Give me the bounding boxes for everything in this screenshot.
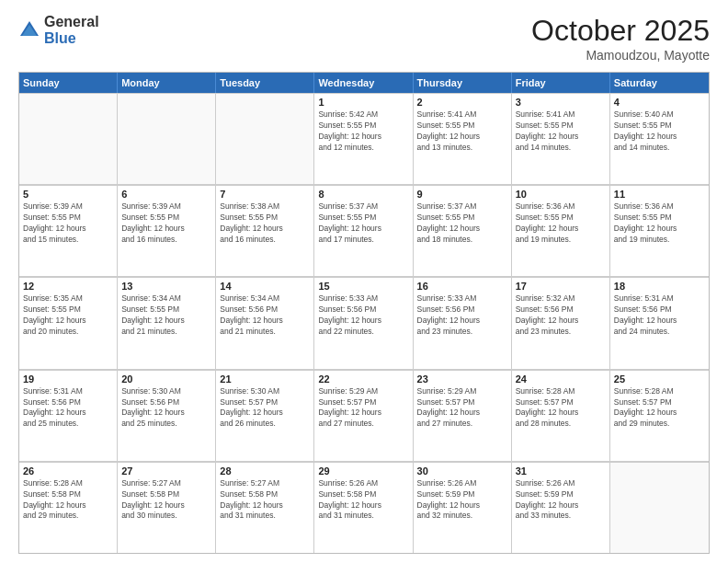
day-header-monday: Monday [118,73,216,93]
day-info: Sunrise: 5:31 AM Sunset: 5:56 PM Dayligh… [23,386,113,431]
day-cell-2: 2Sunrise: 5:41 AM Sunset: 5:55 PM Daylig… [414,93,512,184]
day-cell-empty [610,462,709,553]
day-number: 14 [220,281,310,292]
day-cell-17: 17Sunrise: 5:32 AM Sunset: 5:56 PM Dayli… [512,277,610,368]
day-header-thursday: Thursday [414,73,512,93]
day-number: 3 [516,97,606,108]
day-info: Sunrise: 5:36 AM Sunset: 5:55 PM Dayligh… [516,201,606,246]
day-info: Sunrise: 5:34 AM Sunset: 5:56 PM Dayligh… [220,293,310,338]
calendar: SundayMondayTuesdayWednesdayThursdayFrid… [18,72,710,554]
day-number: 24 [516,373,606,385]
day-cell-25: 25Sunrise: 5:28 AM Sunset: 5:57 PM Dayli… [610,370,709,461]
day-cell-24: 24Sunrise: 5:28 AM Sunset: 5:57 PM Dayli… [512,370,610,461]
day-cell-26: 26Sunrise: 5:28 AM Sunset: 5:58 PM Dayli… [19,462,118,553]
calendar-body: 1Sunrise: 5:42 AM Sunset: 5:55 PM Daylig… [19,93,709,553]
day-cell-16: 16Sunrise: 5:33 AM Sunset: 5:56 PM Dayli… [414,277,512,368]
day-number: 6 [121,189,211,200]
day-info: Sunrise: 5:27 AM Sunset: 5:58 PM Dayligh… [220,478,310,523]
day-cell-14: 14Sunrise: 5:34 AM Sunset: 5:56 PM Dayli… [216,277,314,368]
day-cell-30: 30Sunrise: 5:26 AM Sunset: 5:59 PM Dayli… [414,462,512,553]
calendar-header: SundayMondayTuesdayWednesdayThursdayFrid… [19,73,709,93]
day-number: 15 [318,281,408,292]
day-info: Sunrise: 5:29 AM Sunset: 5:57 PM Dayligh… [318,386,408,431]
day-info: Sunrise: 5:28 AM Sunset: 5:58 PM Dayligh… [23,478,113,523]
logo-blue-text: Blue [44,30,99,47]
day-cell-1: 1Sunrise: 5:42 AM Sunset: 5:55 PM Daylig… [314,93,413,184]
day-info: Sunrise: 5:38 AM Sunset: 5:55 PM Dayligh… [220,201,310,246]
day-cell-empty [118,93,216,184]
day-info: Sunrise: 5:33 AM Sunset: 5:56 PM Dayligh… [417,293,507,338]
day-info: Sunrise: 5:26 AM Sunset: 5:59 PM Dayligh… [516,478,606,523]
day-cell-15: 15Sunrise: 5:33 AM Sunset: 5:56 PM Dayli… [314,277,413,368]
day-cell-13: 13Sunrise: 5:34 AM Sunset: 5:55 PM Dayli… [118,277,216,368]
day-header-friday: Friday [512,73,610,93]
day-info: Sunrise: 5:28 AM Sunset: 5:57 PM Dayligh… [516,386,606,431]
day-cell-21: 21Sunrise: 5:30 AM Sunset: 5:57 PM Dayli… [216,370,314,461]
day-number: 10 [516,189,606,200]
day-info: Sunrise: 5:33 AM Sunset: 5:56 PM Dayligh… [318,293,408,338]
day-cell-18: 18Sunrise: 5:31 AM Sunset: 5:56 PM Dayli… [610,277,709,368]
day-cell-8: 8Sunrise: 5:37 AM Sunset: 5:55 PM Daylig… [314,185,413,276]
day-number: 27 [121,465,211,477]
day-number: 20 [121,373,211,385]
day-info: Sunrise: 5:41 AM Sunset: 5:55 PM Dayligh… [516,109,606,154]
day-info: Sunrise: 5:28 AM Sunset: 5:57 PM Dayligh… [614,386,705,431]
day-header-sunday: Sunday [19,73,118,93]
day-number: 28 [220,465,310,477]
day-info: Sunrise: 5:30 AM Sunset: 5:56 PM Dayligh… [121,386,211,431]
day-cell-27: 27Sunrise: 5:27 AM Sunset: 5:58 PM Dayli… [118,462,216,553]
day-number: 16 [417,281,507,292]
day-number: 8 [318,189,408,200]
day-number: 11 [614,189,705,200]
day-info: Sunrise: 5:39 AM Sunset: 5:55 PM Dayligh… [121,201,211,246]
location: Mamoudzou, Mayotte [531,48,710,63]
day-number: 4 [614,97,705,108]
day-header-saturday: Saturday [610,73,709,93]
day-number: 23 [417,373,507,385]
day-info: Sunrise: 5:39 AM Sunset: 5:55 PM Dayligh… [23,201,113,246]
day-number: 7 [220,189,310,200]
calendar-row-5: 26Sunrise: 5:28 AM Sunset: 5:58 PM Dayli… [19,462,709,553]
day-info: Sunrise: 5:31 AM Sunset: 5:56 PM Dayligh… [614,293,705,338]
day-number: 22 [318,373,408,385]
title-area: October 2025 Mamoudzou, Mayotte [531,14,710,63]
day-cell-6: 6Sunrise: 5:39 AM Sunset: 5:55 PM Daylig… [118,185,216,276]
day-cell-22: 22Sunrise: 5:29 AM Sunset: 5:57 PM Dayli… [314,370,413,461]
day-info: Sunrise: 5:34 AM Sunset: 5:55 PM Dayligh… [121,293,211,338]
day-info: Sunrise: 5:26 AM Sunset: 5:59 PM Dayligh… [417,478,507,523]
day-cell-12: 12Sunrise: 5:35 AM Sunset: 5:55 PM Dayli… [19,277,118,368]
day-info: Sunrise: 5:29 AM Sunset: 5:57 PM Dayligh… [417,386,507,431]
day-number: 9 [417,189,507,200]
day-number: 21 [220,373,310,385]
day-cell-11: 11Sunrise: 5:36 AM Sunset: 5:55 PM Dayli… [610,185,709,276]
day-info: Sunrise: 5:37 AM Sunset: 5:55 PM Dayligh… [318,201,408,246]
day-info: Sunrise: 5:32 AM Sunset: 5:56 PM Dayligh… [516,293,606,338]
day-info: Sunrise: 5:30 AM Sunset: 5:57 PM Dayligh… [220,386,310,431]
month-title: October 2025 [531,14,710,48]
calendar-row-4: 19Sunrise: 5:31 AM Sunset: 5:56 PM Dayli… [19,370,709,462]
logo-icon [18,19,40,41]
logo-general-text: General [44,14,99,30]
day-cell-3: 3Sunrise: 5:41 AM Sunset: 5:55 PM Daylig… [512,93,610,184]
day-cell-23: 23Sunrise: 5:29 AM Sunset: 5:57 PM Dayli… [414,370,512,461]
day-header-wednesday: Wednesday [314,73,413,93]
day-cell-4: 4Sunrise: 5:40 AM Sunset: 5:55 PM Daylig… [610,93,709,184]
calendar-row-2: 5Sunrise: 5:39 AM Sunset: 5:55 PM Daylig… [19,185,709,277]
day-number: 19 [23,373,113,385]
day-header-tuesday: Tuesday [216,73,314,93]
day-number: 29 [318,465,408,477]
day-cell-19: 19Sunrise: 5:31 AM Sunset: 5:56 PM Dayli… [19,370,118,461]
day-cell-29: 29Sunrise: 5:26 AM Sunset: 5:58 PM Dayli… [314,462,413,553]
day-number: 13 [121,281,211,292]
day-info: Sunrise: 5:41 AM Sunset: 5:55 PM Dayligh… [417,109,507,154]
day-info: Sunrise: 5:26 AM Sunset: 5:58 PM Dayligh… [318,478,408,523]
page-header: General Blue October 2025 Mamoudzou, May… [18,14,710,63]
day-cell-10: 10Sunrise: 5:36 AM Sunset: 5:55 PM Dayli… [512,185,610,276]
day-number: 2 [417,97,507,108]
day-info: Sunrise: 5:37 AM Sunset: 5:55 PM Dayligh… [417,201,507,246]
day-info: Sunrise: 5:36 AM Sunset: 5:55 PM Dayligh… [614,201,705,246]
day-cell-9: 9Sunrise: 5:37 AM Sunset: 5:55 PM Daylig… [414,185,512,276]
logo: General Blue [18,14,99,46]
calendar-row-3: 12Sunrise: 5:35 AM Sunset: 5:55 PM Dayli… [19,277,709,369]
day-cell-empty [19,93,118,184]
